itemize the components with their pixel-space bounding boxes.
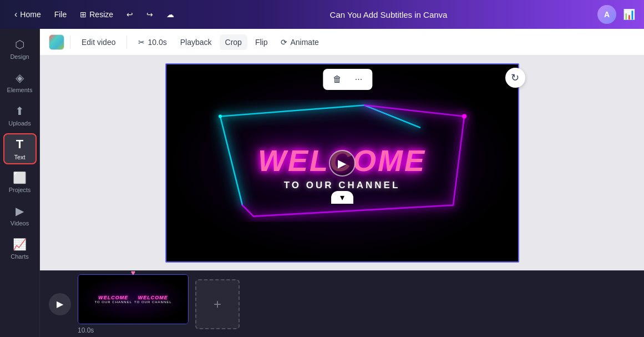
- color-swatch[interactable]: [49, 34, 64, 50]
- toolbar-separator: [70, 36, 70, 49]
- svg-point-1: [219, 114, 222, 118]
- play-icon: ▶: [338, 157, 346, 170]
- sidebar-item-elements[interactable]: ◈ Elements: [3, 67, 37, 98]
- videos-icon: ▶: [16, 204, 24, 218]
- main-layout: ⬡ Design ◈ Elements ⬆ Uploads T Text ⬜ P…: [0, 29, 644, 337]
- top-bar-left: ‹ Home File ⊞ Resize ↩ ↪ ☁: [9, 6, 180, 23]
- playback-button[interactable]: Playback: [175, 34, 217, 50]
- scissors-icon: ✂: [138, 38, 145, 47]
- delete-icon: 🗑: [333, 74, 342, 84]
- document-title: Can You Add Subtitles in Canva: [330, 10, 448, 19]
- rotate-handle[interactable]: ↻: [505, 68, 525, 88]
- svg-point-0: [462, 114, 466, 118]
- flip-button[interactable]: Flip: [250, 34, 273, 50]
- thumb-channel-1: TO OUR CHANNEL: [94, 300, 132, 304]
- charts-icon: 📈: [13, 238, 27, 251]
- toolbar-separator-2: [126, 36, 127, 49]
- add-slide-icon: +: [214, 296, 221, 312]
- thumbnail-neon-bg: WELCOME TO OUR CHANNEL WELCOME TO OUR CH…: [78, 275, 188, 324]
- sidebar-item-charts[interactable]: 📈 Charts: [3, 233, 37, 264]
- content-area: Edit video ✂ 10.0s Playback Crop Flip ⟳ …: [40, 29, 644, 337]
- play-button[interactable]: ▶: [329, 150, 356, 177]
- cloud-save-button[interactable]: ☁: [161, 7, 180, 22]
- thumb-inner: WELCOME TO OUR CHANNEL WELCOME TO OUR CH…: [78, 275, 188, 324]
- playback-label: Playback: [180, 38, 212, 47]
- thumb-right: WELCOME TO OUR CHANNEL: [134, 295, 172, 304]
- back-home-button[interactable]: ‹ Home: [9, 6, 47, 23]
- avatar[interactable]: A: [597, 5, 616, 24]
- canvas-floating-toolbar: 🗑 ···: [323, 69, 372, 90]
- rotate-icon: ↻: [511, 72, 519, 84]
- animate-label: Animate: [290, 38, 318, 47]
- bottom-panel: ▶ ♥ WELCOME TO OUR CHANNEL: [40, 270, 644, 337]
- animate-button[interactable]: ⟳ Animate: [275, 34, 324, 50]
- collapse-timeline-handle[interactable]: ▾: [331, 191, 353, 204]
- uploads-icon: ⬆: [15, 104, 24, 118]
- toolbar: Edit video ✂ 10.0s Playback Crop Flip ⟳ …: [40, 29, 644, 56]
- top-bar-right: A 📊: [597, 5, 635, 24]
- slide-duration-label: 10.0s: [78, 326, 189, 334]
- collapse-icon: ▾: [340, 192, 344, 203]
- flip-label: Flip: [255, 38, 268, 47]
- edit-video-button[interactable]: Edit video: [76, 34, 121, 50]
- scissors-button[interactable]: ✂ 10.0s: [133, 34, 172, 50]
- crop-button[interactable]: Crop: [220, 34, 247, 50]
- elements-icon: ◈: [16, 71, 24, 84]
- redo-icon: ↪: [146, 10, 153, 19]
- sidebar-item-design[interactable]: ⬡ Design: [3, 33, 37, 64]
- more-options-button[interactable]: ···: [351, 72, 367, 87]
- projects-icon: ⬜: [13, 171, 27, 184]
- file-button[interactable]: File: [49, 7, 73, 22]
- animate-icon: ⟳: [281, 38, 287, 47]
- thumb-welcome-2: WELCOME: [134, 295, 172, 300]
- resize-icon: ⊞: [80, 10, 87, 19]
- home-label: Home: [20, 10, 40, 19]
- sidebar-label-charts: Charts: [11, 253, 28, 260]
- thumb-welcome-1: WELCOME: [94, 295, 132, 300]
- sidebar-label-text: Text: [14, 154, 25, 160]
- sidebar-item-videos[interactable]: ▶ Videos: [3, 200, 37, 231]
- duration-label: 10.0s: [148, 38, 166, 47]
- text-icon: T: [16, 137, 23, 152]
- timeline-play-button[interactable]: ▶: [49, 293, 71, 315]
- heart-icon: ♥: [131, 268, 135, 277]
- slide-thumbnail[interactable]: WELCOME TO OUR CHANNEL WELCOME TO OUR CH…: [78, 274, 189, 324]
- video-canvas[interactable]: WELCOME TO OUR CHANNEL ▶ 🗑 ···: [165, 63, 519, 263]
- resize-button[interactable]: ⊞ Resize: [74, 7, 119, 22]
- sidebar-item-projects[interactable]: ⬜ Projects: [3, 167, 37, 198]
- edit-video-label: Edit video: [82, 38, 115, 47]
- sidebar: ⬡ Design ◈ Elements ⬆ Uploads T Text ⬜ P…: [0, 29, 40, 337]
- thumb-left: WELCOME TO OUR CHANNEL: [94, 295, 132, 304]
- redo-button[interactable]: ↪: [141, 7, 159, 22]
- cloud-icon: ☁: [166, 10, 174, 19]
- thumb-channel-2: TO OUR CHANNEL: [134, 300, 172, 304]
- add-slide-button[interactable]: +: [195, 279, 240, 329]
- delete-element-button[interactable]: 🗑: [328, 72, 346, 87]
- crop-label: Crop: [225, 38, 242, 47]
- sidebar-label-design: Design: [10, 53, 29, 60]
- canvas-area: WELCOME TO OUR CHANNEL ▶ 🗑 ···: [40, 56, 644, 337]
- sidebar-item-uploads[interactable]: ⬆ Uploads: [3, 100, 37, 131]
- more-icon: ···: [355, 74, 362, 84]
- canvas-workspace: WELCOME TO OUR CHANNEL ▶ 🗑 ···: [40, 56, 644, 270]
- resize-label: Resize: [89, 10, 113, 19]
- chevron-left-icon: ‹: [14, 9, 17, 19]
- welcome-line2: TO OUR CHANNEL: [258, 179, 426, 190]
- stats-icon[interactable]: 📊: [623, 8, 635, 21]
- undo-icon: ↩: [126, 10, 133, 19]
- heart-badge: ♥: [131, 268, 135, 278]
- file-label: File: [54, 10, 67, 19]
- top-bar-center: Can You Add Subtitles in Canva: [184, 10, 593, 19]
- sidebar-label-elements: Elements: [7, 87, 33, 93]
- timeline-play-icon: ▶: [57, 299, 63, 309]
- sidebar-label-videos: Videos: [11, 220, 29, 227]
- top-bar: ‹ Home File ⊞ Resize ↩ ↪ ☁ Can You Add S…: [0, 0, 644, 29]
- sidebar-label-projects: Projects: [9, 187, 31, 193]
- sidebar-label-uploads: Uploads: [8, 120, 31, 127]
- sidebar-item-text[interactable]: T Text: [3, 133, 37, 164]
- thumbnail-wrapper: ♥ WELCOME TO OUR CHANNEL: [78, 274, 189, 334]
- undo-button[interactable]: ↩: [121, 7, 139, 22]
- design-icon: ⬡: [15, 38, 24, 51]
